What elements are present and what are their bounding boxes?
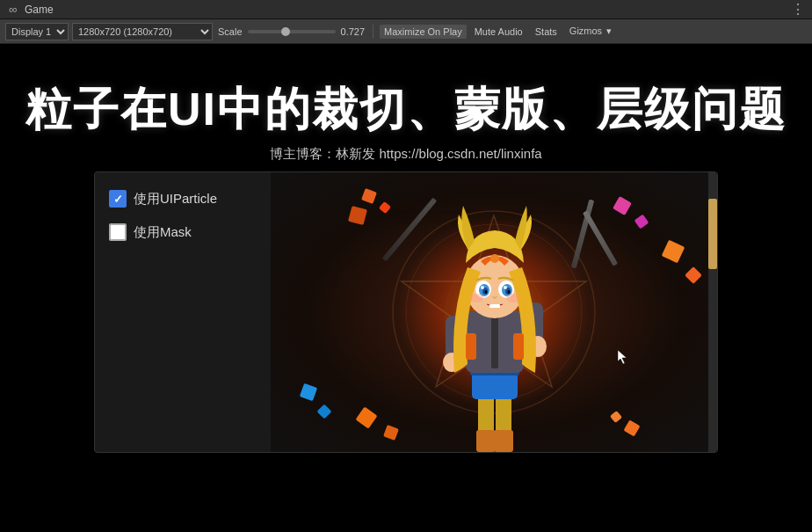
svg-point-35: [490, 254, 499, 263]
scene-area: [271, 172, 717, 452]
subtitle: 博主博客：林新发 https://blog.csdn.net/linxinfa: [25, 146, 787, 163]
infinity-icon: ∞: [9, 3, 17, 16]
scale-label: Scale: [218, 26, 243, 37]
svg-point-31: [504, 286, 507, 289]
scrollbar-track: [708, 172, 717, 452]
gizmos-button[interactable]: Gizmos ▾: [565, 24, 616, 39]
svg-rect-11: [494, 430, 513, 452]
checkbox-uiparticle[interactable]: [109, 190, 127, 208]
scale-slider-thumb[interactable]: [281, 27, 290, 36]
title-bar-menu-icon[interactable]: ⋮: [791, 1, 805, 18]
svg-rect-32: [489, 304, 500, 308]
checkbox-label-1: 使用Mask: [134, 224, 192, 241]
controls-panel: 使用UIParticle 使用Mask: [95, 172, 271, 452]
svg-point-34: [506, 294, 520, 302]
scale-slider[interactable]: [248, 30, 336, 33]
toolbar-divider-1: [373, 25, 373, 39]
svg-point-29: [508, 290, 511, 294]
title-area: 粒子在UI中的裁切、蒙版、层级问题 博主博客：林新发 https://blog.…: [25, 44, 787, 171]
svg-rect-15: [491, 311, 498, 368]
checkbox-mask[interactable]: [109, 223, 127, 241]
game-panel: 使用UIParticle 使用Mask: [94, 171, 718, 453]
main-content: 粒子在UI中的裁切、蒙版、层级问题 博主博客：林新发 https://blog.…: [0, 44, 812, 532]
display-select[interactable]: Display 1: [5, 23, 69, 40]
game-icon: ∞: [7, 4, 19, 16]
svg-rect-10: [476, 430, 496, 452]
main-title: 粒子在UI中的裁切、蒙版、层级问题: [25, 79, 787, 141]
svg-marker-38: [618, 350, 627, 364]
svg-point-28: [485, 290, 488, 294]
cursor-icon: [617, 349, 629, 365]
stats-button[interactable]: Stats: [531, 25, 562, 39]
checkbox-row-0[interactable]: 使用UIParticle: [109, 190, 257, 208]
scrollbar-thumb[interactable]: [708, 199, 717, 269]
cursor: [617, 349, 629, 368]
maximize-on-play-button[interactable]: Maximize On Play: [380, 25, 467, 39]
character: [415, 197, 573, 452]
toolbar: Display 1 1280x720 (1280x720) Scale 0.72…: [0, 19, 812, 44]
scale-value: 0.727: [341, 26, 366, 37]
title-bar-label: Game: [25, 4, 791, 16]
mute-audio-button[interactable]: Mute Audio: [470, 25, 527, 39]
title-bar: ∞ Game ⋮: [0, 0, 812, 19]
svg-rect-36: [466, 333, 476, 360]
resolution-select[interactable]: 1280x720 (1280x720): [72, 23, 213, 40]
svg-point-33: [469, 294, 483, 302]
checkbox-label-0: 使用UIParticle: [134, 191, 217, 208]
checkbox-row-1[interactable]: 使用Mask: [109, 223, 257, 241]
svg-point-30: [481, 286, 484, 289]
svg-rect-37: [513, 333, 524, 360]
scale-container: Scale 0.727: [216, 26, 366, 37]
